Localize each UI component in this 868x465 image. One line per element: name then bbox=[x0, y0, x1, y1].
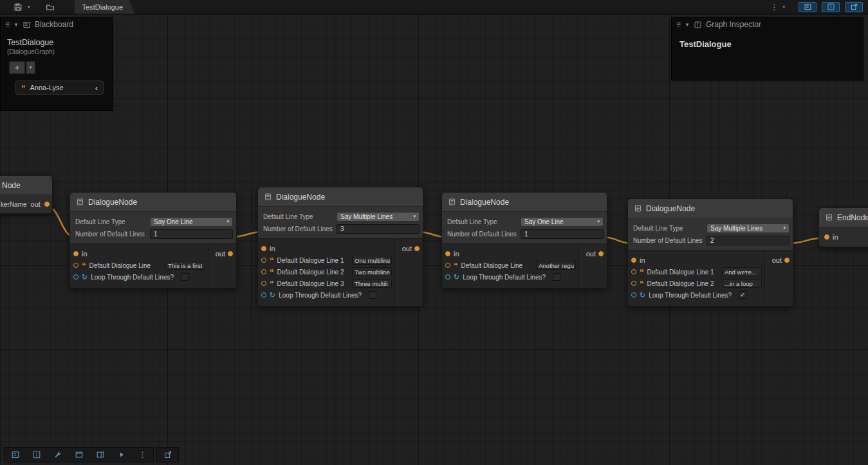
add-property-button[interactable]: + bbox=[9, 61, 25, 74]
dialogue-line-field[interactable]: And we're... bbox=[722, 267, 762, 276]
inspector-toggle-button[interactable] bbox=[26, 448, 47, 462]
loop-icon: ↻ bbox=[82, 274, 88, 281]
tab-testdialogue[interactable]: TestDialogue bbox=[75, 0, 135, 14]
dialogue-line-field[interactable]: One multiline bbox=[352, 256, 392, 265]
collapse-triangle-icon[interactable]: ▼ bbox=[685, 22, 690, 28]
in-port[interactable] bbox=[824, 234, 829, 240]
save-options-dropdown[interactable]: ▾ bbox=[26, 5, 32, 10]
dialogue-line-port[interactable] bbox=[631, 281, 636, 286]
dialogue-line-port[interactable] bbox=[261, 258, 266, 263]
num-lines-label: Number of Default Lines bbox=[73, 231, 145, 238]
add-property-dropdown[interactable]: ▾ bbox=[26, 61, 35, 74]
dialogue-line-field[interactable]: Two multiline bbox=[352, 267, 392, 276]
in-port[interactable] bbox=[445, 251, 450, 256]
line-type-dropdown[interactable]: Say One Line ▾ bbox=[150, 217, 233, 227]
end-node[interactable]: EndNode in bbox=[818, 207, 868, 247]
dialogue-line-port[interactable] bbox=[631, 269, 636, 274]
in-port-label: in bbox=[270, 245, 275, 252]
save-button[interactable] bbox=[10, 0, 26, 14]
dialogue-line-field[interactable]: Three multili bbox=[352, 279, 392, 288]
line-type-dropdown[interactable]: Say Multiple Lines ▾ bbox=[337, 212, 420, 222]
blackboard-toggle-button[interactable] bbox=[5, 448, 26, 462]
dialogue-line-port[interactable] bbox=[261, 281, 266, 286]
line-type-dropdown[interactable]: Say Multiple Lines ▾ bbox=[706, 223, 790, 233]
field-value: 2 bbox=[710, 237, 714, 244]
num-lines-field[interactable]: 1 bbox=[521, 229, 604, 239]
dialogue-node-3[interactable]: DialogueNode Default Line Type Say One L… bbox=[441, 192, 607, 289]
quote-icon: “ bbox=[270, 259, 274, 262]
tools-button[interactable] bbox=[47, 448, 68, 462]
node-title[interactable]: DialogueNode bbox=[628, 199, 793, 218]
dropdown-value: Say One Line bbox=[524, 218, 564, 225]
split-view-button[interactable] bbox=[89, 448, 111, 462]
in-port[interactable] bbox=[631, 258, 636, 263]
line-type-dropdown[interactable]: Say One Line ▾ bbox=[521, 217, 604, 227]
start-node[interactable]: Node kerName out bbox=[0, 175, 53, 214]
loop-icon: ↻ bbox=[640, 292, 645, 299]
dialogue-node-1[interactable]: DialogueNode Default Line Type Say One L… bbox=[69, 192, 237, 289]
loop-checkbox[interactable] bbox=[369, 291, 376, 299]
collapse-property-icon[interactable]: ‹ bbox=[95, 83, 98, 93]
quote-icon: “ bbox=[270, 282, 274, 285]
node-properties: Default Line Type Say One Line ▾ Number … bbox=[442, 212, 607, 243]
out-port-label: out bbox=[586, 250, 596, 258]
loop-port[interactable] bbox=[445, 274, 450, 280]
overflow-menu-dropdown[interactable]: ▾ bbox=[780, 5, 787, 10]
open-external-window-button[interactable] bbox=[157, 448, 178, 462]
num-lines-field[interactable]: 1 bbox=[150, 229, 233, 239]
node-title[interactable]: EndNode bbox=[819, 208, 868, 227]
line-type-label: Default Line Type bbox=[261, 213, 313, 220]
node-title[interactable]: Node bbox=[0, 176, 52, 195]
loop-checkbox[interactable] bbox=[553, 273, 560, 281]
in-port[interactable] bbox=[73, 251, 78, 256]
graph-inspector-header[interactable]: ≡ ▼ Graph Inspector bbox=[672, 17, 863, 32]
dialogue-line-field[interactable]: This is a first bbox=[165, 261, 205, 270]
out-port-label: out bbox=[216, 250, 225, 258]
blackboard-property-anna-lyse[interactable]: “ Anna-Lyse ‹ bbox=[15, 81, 104, 95]
blackboard-header[interactable]: ≡ ▼ Blackboard bbox=[1, 17, 113, 32]
collapse-triangle-icon[interactable]: ▼ bbox=[14, 22, 19, 28]
dialogue-line-field[interactable]: Another regu bbox=[536, 261, 576, 270]
dialogue-node-2[interactable]: DialogueNode Default Line Type Say Multi… bbox=[257, 187, 423, 307]
out-port[interactable] bbox=[784, 258, 790, 263]
loop-port[interactable] bbox=[261, 292, 266, 298]
dialogue-line-label: Default Dialogue Line 2 bbox=[647, 280, 714, 287]
open-asset-button[interactable] bbox=[42, 0, 58, 14]
num-lines-field[interactable]: 3 bbox=[337, 224, 420, 234]
in-port-label: in bbox=[833, 233, 838, 241]
dialogue-line-field[interactable]: ...in a loop bbox=[722, 279, 762, 288]
loop-port[interactable] bbox=[73, 274, 78, 280]
chevron-down-icon: ▾ bbox=[783, 225, 786, 231]
node-title-label: DialogueNode bbox=[88, 198, 137, 207]
overflow-menu-button[interactable]: ⋮ bbox=[132, 448, 153, 462]
dialogue-node-4[interactable]: DialogueNode Default Line Type Say Multi… bbox=[627, 198, 793, 307]
inspector-icon bbox=[827, 3, 835, 11]
node-title[interactable]: DialogueNode bbox=[442, 193, 607, 212]
blackboard-graph-type: (DialogueGraph) bbox=[1, 47, 113, 55]
out-port[interactable] bbox=[598, 251, 604, 256]
toggle-minimap-button[interactable] bbox=[845, 2, 863, 12]
toggle-inspector-button[interactable] bbox=[822, 2, 840, 12]
drag-handle-icon: ≡ bbox=[676, 20, 681, 29]
node-title[interactable]: DialogueNode bbox=[258, 187, 423, 207]
in-port[interactable] bbox=[261, 246, 266, 251]
loop-checkbox[interactable] bbox=[181, 273, 189, 281]
in-port-label: in bbox=[640, 256, 645, 264]
dialogue-line-port[interactable] bbox=[73, 263, 78, 268]
num-lines-field[interactable]: 2 bbox=[706, 236, 790, 245]
node-properties: Default Line Type Say Multiple Lines ▾ N… bbox=[258, 207, 423, 238]
minimap-toggle-button[interactable] bbox=[68, 448, 89, 462]
out-port[interactable] bbox=[44, 202, 50, 207]
overflow-menu-button[interactable]: ⋮ bbox=[768, 3, 780, 12]
out-port[interactable] bbox=[228, 251, 233, 256]
dialogue-line-port[interactable] bbox=[261, 269, 266, 274]
loop-port[interactable] bbox=[631, 292, 636, 298]
toggle-blackboard-button[interactable] bbox=[799, 2, 817, 12]
blackboard-panel: ≡ ▼ Blackboard TestDialogue (DialogueGra… bbox=[0, 17, 113, 111]
dialogue-line-port[interactable] bbox=[445, 263, 450, 268]
graph-canvas[interactable]: Node kerName out DialogueNode Default Li… bbox=[0, 14, 868, 465]
node-title[interactable]: DialogueNode bbox=[70, 193, 236, 212]
preview-button[interactable] bbox=[111, 448, 132, 462]
out-port[interactable] bbox=[414, 246, 420, 251]
loop-checkbox[interactable]: ✓ bbox=[739, 291, 746, 299]
